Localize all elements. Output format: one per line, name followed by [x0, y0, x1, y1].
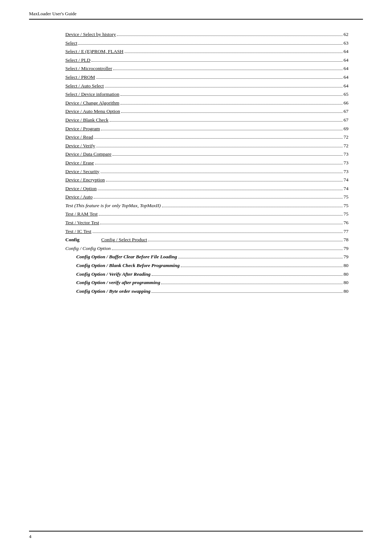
toc-label-device-program: Device / Program: [65, 125, 100, 133]
toc-label-test-ram-test: Test / RAM Test: [65, 210, 98, 218]
config-entries: Config / Config Option79Config Option / …: [65, 245, 348, 295]
toc-page-device-option: 74: [344, 185, 349, 193]
footer-page-number: 4: [29, 534, 32, 539]
toc-page-device-verify: 72: [344, 142, 349, 150]
toc-dots-select: [78, 44, 343, 45]
toc-label-config-verify-after-programming: Config Option / verify after programming: [76, 279, 160, 287]
toc-container: Device / Select by history62Select63Sele…: [29, 30, 363, 295]
toc-label-select-device-information: Select / Device information: [65, 90, 119, 98]
toc-dots-config-blank-check: [181, 267, 342, 267]
toc-page-device-encryption: 74: [344, 176, 349, 184]
page-footer: 4: [29, 531, 363, 539]
toc-page-device-blank-check: 67: [344, 116, 349, 124]
toc-entry-test-ic-test: Test / IC Test77: [65, 227, 348, 235]
toc-dots-select-microcontroller: [113, 70, 343, 70]
toc-page-select-auto-select: 64: [344, 82, 349, 90]
toc-entry-select-microcontroller: Select / Microcontroller64: [65, 65, 348, 73]
toc-dots-config-verify-after-reading: [152, 275, 343, 276]
toc-dots-device-select-by-history: [117, 36, 342, 36]
page: MaxLoader User's Guide Device / Select b…: [0, 0, 392, 554]
toc-entry-select-eprom-flash: Select / E (E)PROM, FLASH64: [65, 48, 348, 56]
toc-label-select-microcontroller: Select / Microcontroller: [65, 65, 112, 73]
toc-entry-device-read: Device / Read72: [65, 133, 348, 141]
toc-dots-device-program: [101, 130, 342, 130]
toc-label-device-security: Device / Security: [65, 168, 99, 176]
toc-page-config-config-option: 79: [344, 245, 349, 253]
toc-entry-select: Select63: [65, 39, 348, 47]
config-select-page: 78: [344, 236, 349, 244]
toc-page-device-read: 72: [344, 133, 349, 141]
toc-dots-select-pld: [91, 61, 343, 62]
toc-entry-select-device-information: Select / Device information65: [65, 90, 348, 98]
header-title: MaxLoader User's Guide: [29, 11, 77, 16]
toc-page-test-ram-test: 75: [344, 210, 349, 218]
toc-dots-config-verify-after-programming: [161, 284, 342, 284]
toc-label-config-blank-check: Config Option / Blank Check Before Progr…: [76, 262, 180, 270]
toc-page-config-verify-after-programming: 80: [344, 279, 349, 287]
toc-label-device-verify: Device / Verify: [65, 142, 95, 150]
toc-entry-config-blank-check: Config Option / Blank Check Before Progr…: [65, 262, 348, 270]
toc-entry-device-blank-check: Device / Blank Check67: [65, 116, 348, 124]
config-row: Config Config / Select Product 78: [65, 236, 348, 244]
toc-dots-config-buffer-clear: [178, 258, 343, 258]
toc-entries: Device / Select by history62Select63Sele…: [65, 30, 348, 235]
toc-dots-device-blank-check: [110, 121, 343, 122]
toc-page-device-erase: 73: [344, 159, 349, 167]
toc-page-device-program: 69: [344, 125, 349, 133]
toc-dots-device-change-algorithm: [121, 104, 343, 104]
toc-dots-device-auto-menu-option: [121, 112, 343, 113]
toc-entry-config-byte-order: Config Option / Byte order swapping80: [65, 287, 348, 295]
toc-entry-device-auto-menu-option: Device / Auto Menu Option67: [65, 107, 348, 115]
toc-entry-device-erase: Device / Erase73: [65, 159, 348, 167]
toc-page-device-data-compare: 73: [344, 150, 349, 158]
toc-label-device-encryption: Device / Encryption: [65, 176, 105, 184]
toc-page-device-security: 73: [344, 168, 349, 176]
toc-label-device-select-by-history: Device / Select by history: [65, 30, 116, 38]
toc-dots-device-option: [98, 190, 342, 190]
toc-entry-device-option: Device / Option74: [65, 185, 348, 193]
toc-dots-device-auto: [94, 198, 343, 198]
toc-label-device-data-compare: Device / Data Compare: [65, 150, 111, 158]
toc-entry-config-verify-after-reading: Config Option / Verify After Reading80: [65, 270, 348, 278]
toc-page-select-prom: 64: [344, 73, 349, 81]
toc-entry-test-vector-test: Test / Vector Test76: [65, 219, 348, 227]
toc-page-test-feature: 75: [344, 202, 349, 210]
toc-dots-device-security: [101, 173, 343, 173]
toc-label-test-ic-test: Test / IC Test: [65, 227, 91, 235]
toc-dots-test-feature: [162, 207, 343, 207]
toc-page-select-eprom-flash: 64: [344, 48, 349, 56]
toc-label-config-verify-after-reading: Config Option / Verify After Reading: [76, 270, 151, 278]
toc-page-device-auto-menu-option: 67: [344, 107, 349, 115]
toc-page-config-byte-order: 80: [344, 287, 349, 295]
toc-page-select-microcontroller: 64: [344, 65, 349, 73]
toc-entry-device-auto: Device / Auto75: [65, 193, 348, 201]
toc-entry-device-select-by-history: Device / Select by history62: [65, 30, 348, 38]
toc-label-device-option: Device / Option: [65, 185, 97, 193]
toc-dots-device-read: [94, 138, 342, 139]
toc-entry-device-data-compare: Device / Data Compare73: [65, 150, 348, 158]
toc-page-select-device-information: 65: [344, 90, 349, 98]
toc-page-device-change-algorithm: 66: [344, 99, 349, 107]
toc-entry-config-config-option: Config / Config Option79: [65, 245, 348, 253]
toc-label-select-prom: Select / PROM: [65, 73, 95, 81]
toc-page-config-buffer-clear: 79: [344, 253, 349, 261]
toc-entry-test-ram-test: Test / RAM Test75: [65, 210, 348, 218]
toc-label-device-erase: Device / Erase: [65, 159, 94, 167]
toc-label-device-change-algorithm: Device / Change Algorithm: [65, 99, 119, 107]
toc-entry-select-pld: Select / PLD64: [65, 56, 348, 64]
toc-label-test-vector-test: Test / Vector Test: [65, 219, 99, 227]
toc-dots-device-encryption: [106, 181, 343, 181]
toc-dots-device-erase: [95, 164, 343, 164]
toc-dots-device-data-compare: [113, 155, 342, 156]
toc-entry-device-encryption: Device / Encryption74: [65, 176, 348, 184]
config-label: Config: [65, 236, 79, 244]
toc-label-select-auto-select: Select / Auto Select: [65, 82, 104, 90]
toc-entry-device-program: Device / Program69: [65, 125, 348, 133]
toc-dots-config-config-option: [112, 250, 343, 250]
toc-label-test-feature: Test (This feature is for only TopMax, T…: [65, 202, 161, 210]
toc-entry-select-prom: Select / PROM64: [65, 73, 348, 81]
toc-page-device-auto: 75: [344, 193, 349, 201]
toc-label-config-config-option: Config / Config Option: [65, 245, 111, 253]
toc-dots-select-auto-select: [105, 87, 342, 87]
toc-label-device-auto: Device / Auto: [65, 193, 93, 201]
